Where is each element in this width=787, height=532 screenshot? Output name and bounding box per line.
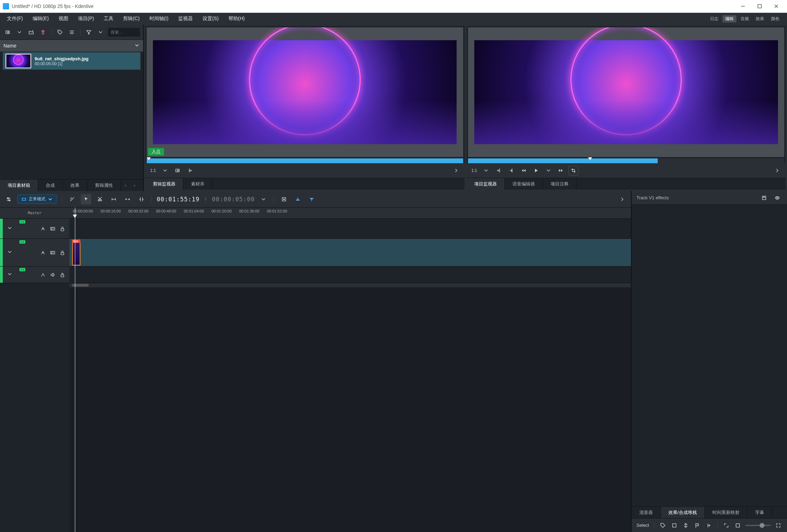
track-header-a1[interactable]: A1: [0, 267, 69, 283]
bin-clip-item[interactable]: 9u8_net_shigjxedpsh.jpg 00:00:05:00 [1]: [3, 52, 140, 70]
fullscreen-icon[interactable]: [774, 521, 782, 530]
collapse-track-icon[interactable]: [7, 249, 12, 256]
play-button[interactable]: [531, 166, 541, 175]
clip-monitor-view[interactable]: 入点: [147, 27, 463, 157]
badge-audio[interactable]: 音频: [738, 15, 752, 23]
timeline-more-icon[interactable]: [617, 194, 628, 204]
set-in-button[interactable]: [173, 166, 182, 175]
filter-dropdown-icon[interactable]: [96, 27, 105, 37]
menu-project[interactable]: 项目(P): [73, 14, 99, 24]
tab-effects[interactable]: 效果: [63, 180, 87, 191]
track-lock-icon[interactable]: [58, 248, 67, 257]
lane-a1[interactable]: [69, 267, 631, 283]
fx-save-icon[interactable]: [759, 193, 769, 203]
status-tag-icon[interactable]: [659, 521, 667, 530]
add-clip-button[interactable]: [3, 27, 12, 37]
project-monitor-scrubber[interactable]: [468, 158, 785, 163]
overwrite-button[interactable]: [293, 194, 303, 204]
track-fx-icon[interactable]: [39, 271, 47, 279]
status-flag-icon[interactable]: [693, 521, 701, 530]
insert-button[interactable]: [279, 194, 289, 204]
track-header-v1[interactable]: V1: [0, 239, 69, 267]
search-input[interactable]: [107, 27, 140, 37]
clip-monitor-more-icon[interactable]: [451, 166, 461, 175]
menu-settings[interactable]: 设置(S): [198, 14, 224, 24]
project-monitor-more-icon[interactable]: [772, 166, 782, 175]
bin-list[interactable]: 9u8_net_shigjxedpsh.jpg 00:00:05:00 [1]: [0, 52, 143, 179]
clip-monitor-scrubber[interactable]: [147, 158, 463, 163]
tab-clip-properties[interactable]: 剪辑属性: [87, 180, 121, 191]
badge-effects[interactable]: 效果: [753, 15, 767, 23]
play-dropdown-icon[interactable]: [544, 166, 553, 175]
filter-button[interactable]: [84, 27, 94, 37]
status-fit-icon[interactable]: [723, 521, 730, 530]
menu-edit[interactable]: 编辑(E): [28, 14, 54, 24]
track-lock-icon[interactable]: [58, 271, 67, 279]
tab-subtitle[interactable]: 字幕: [747, 507, 772, 518]
timeline-scrollbar[interactable]: [69, 283, 631, 287]
goto-start-button[interactable]: [494, 166, 503, 175]
cut-button[interactable]: [95, 194, 105, 204]
status-save-icon[interactable]: [671, 521, 678, 530]
tab-project-bin[interactable]: 项目素材箱: [0, 180, 38, 191]
maximize-button[interactable]: [754, 2, 765, 10]
close-button[interactable]: [771, 2, 781, 10]
menu-tools[interactable]: 工具: [99, 14, 118, 24]
timeline-ruler[interactable]: 00:00:00:00 00:00:16:00 00:00:32:00 00:0…: [69, 208, 631, 219]
minimize-button[interactable]: [738, 2, 748, 10]
zoom-slider[interactable]: [745, 525, 771, 526]
list-view-button[interactable]: [67, 27, 77, 37]
menu-timeline[interactable]: 时间轴(I): [145, 14, 173, 24]
fx-eye-icon[interactable]: [772, 193, 782, 203]
tab-stack[interactable]: 效果/合成堆栈: [661, 507, 705, 518]
playhead[interactable]: [75, 208, 75, 532]
zoom-dropdown-icon[interactable]: [160, 166, 170, 175]
forward-button[interactable]: [556, 166, 566, 175]
search-field[interactable]: [111, 30, 137, 35]
project-monitor-view[interactable]: [468, 27, 785, 157]
badge-log[interactable]: 日志: [707, 15, 721, 23]
tab-project-monitor[interactable]: 项目监视器: [467, 178, 505, 190]
collapse-track-icon[interactable]: [7, 271, 12, 278]
menu-view[interactable]: 视图: [54, 14, 73, 24]
ripple-button[interactable]: [136, 194, 147, 204]
track-lock-icon[interactable]: [58, 225, 67, 233]
rewind-button[interactable]: [519, 166, 528, 175]
select-tool-button[interactable]: [81, 194, 91, 204]
track-audio-icon[interactable]: [49, 271, 57, 279]
timeline-lanes[interactable]: 00:00:00:00 00:00:16:00 00:00:32:00 00:0…: [69, 208, 631, 532]
edit-mode-dropdown[interactable]: 正常模式: [17, 194, 57, 204]
timecode-dropdown-icon[interactable]: [258, 194, 269, 204]
delete-button[interactable]: [38, 27, 48, 37]
menu-file[interactable]: 文件(F): [2, 14, 28, 24]
fx-stack-body[interactable]: [632, 205, 787, 506]
add-dropdown-icon[interactable]: [15, 27, 24, 37]
track-header-v2[interactable]: V2: [0, 219, 69, 239]
tab-voice-editor[interactable]: 语音编辑器: [505, 178, 543, 190]
tab-clip-monitor[interactable]: 剪辑监视器: [145, 178, 183, 190]
menu-monitor[interactable]: 监视器: [173, 14, 198, 24]
lane-v1[interactable]: [69, 239, 631, 267]
playhead-timecode[interactable]: 00:01:55:19: [157, 196, 200, 203]
badge-edit[interactable]: 编辑: [723, 15, 736, 23]
status-zoom-icon[interactable]: [734, 521, 742, 530]
status-marker-icon[interactable]: [704, 521, 712, 530]
bin-column-header[interactable]: Name: [0, 40, 143, 52]
collapse-track-icon[interactable]: [7, 225, 12, 232]
tab-library[interactable]: 素材库: [183, 178, 213, 190]
goto-end-button[interactable]: [506, 166, 516, 175]
track-mute-icon[interactable]: [49, 248, 57, 257]
track-fx-icon[interactable]: [39, 248, 47, 257]
track-mute-icon[interactable]: [49, 225, 57, 233]
extract-button[interactable]: [306, 194, 317, 204]
project-zoom-dropdown-icon[interactable]: [481, 166, 491, 175]
set-out-button[interactable]: [185, 166, 195, 175]
menu-help[interactable]: 帮助(H): [224, 14, 250, 24]
spacer-tool-button[interactable]: [109, 194, 119, 204]
tab-project-notes[interactable]: 项目注释: [543, 178, 577, 190]
timeline-settings-icon[interactable]: [3, 194, 14, 204]
tab-composition[interactable]: 合成: [38, 180, 63, 191]
track-fx-icon[interactable]: [39, 225, 47, 233]
lane-v2[interactable]: [69, 219, 631, 239]
razor-tool-button[interactable]: [67, 194, 77, 204]
